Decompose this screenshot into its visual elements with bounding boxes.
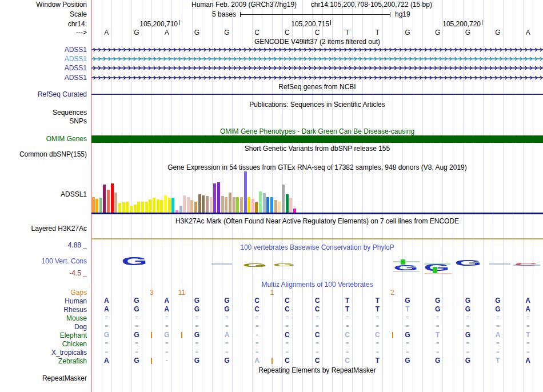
gtex-bar[interactable] [225,197,227,213]
gtex-bar[interactable] [202,195,205,213]
track-label[interactable]: RepeatMasker [0,374,89,382]
gtex-bar[interactable] [251,199,254,213]
track-label[interactable]: OMIM Genes [0,135,89,143]
track-label[interactable]: ADSS1 [0,46,89,54]
gtex-bar[interactable] [217,182,220,213]
gtex-bar[interactable] [293,209,296,213]
track-title[interactable]: GENCODE V49lift37 (2 items filtered out) [91,38,543,46]
gtex-bar[interactable] [198,194,201,213]
h3k27ac-signal-line[interactable] [91,238,543,239]
gtex-bar[interactable] [141,202,144,213]
gtex-bar[interactable] [118,203,121,213]
track-title[interactable]: OMIM Gene Phenotypes - Dark Green Can Be… [91,127,543,135]
gtex-bar[interactable] [221,196,224,213]
track-title[interactable]: Short Genetic Variants from dbSNP releas… [91,145,543,153]
alignment-cell: = [362,340,393,347]
track-label[interactable]: Layered H3K27Ac [0,225,89,233]
gtex-bar[interactable] [103,185,106,213]
track-label[interactable]: RefSeq Curated [0,90,89,98]
gtex-bar[interactable] [134,205,137,213]
gtex-bar[interactable] [194,202,197,213]
gtex-bar[interactable] [282,185,285,213]
alignment-cell: = [302,314,333,322]
gencode-transcript-line[interactable] [91,76,543,79]
alignment-cell: = [422,340,453,347]
gtex-bar[interactable] [190,200,193,213]
coord-tick [330,20,331,25]
gtex-bar[interactable] [168,198,171,213]
gtex-bar[interactable] [247,197,250,213]
gencode-transcript-line[interactable] [91,57,543,61]
gtex-bar[interactable] [157,199,159,213]
gtex-bar[interactable] [111,183,114,213]
gtex-bar[interactable] [95,199,98,213]
gtex-bar[interactable] [229,193,231,213]
coord-label: 105,200,715 [279,20,329,28]
gtex-bar[interactable] [278,202,281,213]
gtex-bar[interactable] [213,183,216,213]
gencode-transcript-line[interactable] [91,48,543,51]
gtex-bar[interactable] [233,197,235,213]
track-title[interactable]: RefSeq genes from NCBI [91,83,543,91]
track-title[interactable]: Repeating Elements by RepeatMasker [91,366,543,374]
gtex-bar[interactable] [210,197,213,213]
track-title[interactable]: 100 vertebrates Basewise Conservation by… [91,243,543,251]
gencode-transcripts[interactable] [91,46,543,82]
gtex-bar[interactable] [107,190,110,213]
gtex-bar[interactable] [274,200,277,213]
gtex-bar[interactable] [179,206,182,213]
gtex-bar[interactable] [183,195,186,213]
alignment-cell: = [393,349,423,356]
gtex-bar[interactable] [206,196,209,213]
alignment-cell: C [302,331,333,339]
gtex-bar[interactable] [149,199,151,213]
track-label: -4.5 _ [0,269,89,277]
track-label[interactable]: ADSS1 [0,64,89,72]
gtex-bar[interactable] [126,202,129,213]
gtex-bar[interactable] [255,202,258,213]
track-label[interactable]: SNPs [0,117,89,125]
gtex-bar[interactable] [263,193,266,213]
track-label[interactable]: 100 Vert. Cons [0,257,89,265]
gtex-bar[interactable] [171,198,174,213]
refseq-curated-line[interactable] [91,94,543,95]
track-label[interactable]: ADSS1 [0,55,89,63]
gtex-bar[interactable] [289,198,292,213]
track-label[interactable]: Sequences [0,109,89,117]
gtex-bar[interactable] [187,197,190,213]
gtex-bar[interactable] [259,191,262,213]
gtex-bar[interactable] [164,195,167,213]
omim-gene-bar[interactable] [91,135,543,143]
gtex-bar[interactable] [153,198,155,213]
alignment-cell: = [453,323,483,330]
alignment-cell: G [393,331,423,339]
track-label[interactable]: ADSSL1 [0,190,89,198]
gtex-bar[interactable] [286,194,289,213]
gtex-bar[interactable] [137,202,140,213]
gtex-bar[interactable] [236,197,239,213]
alignment-cell: G [422,297,453,305]
gtex-bar[interactable] [244,171,247,213]
gtex-bar[interactable] [92,197,95,213]
track-title[interactable]: Multiz Alignments of 100 Vertebrates [91,281,543,289]
gtex-bar[interactable] [99,198,102,213]
genome-browser-image: Human Feb. 2009 (GRCh37/hg19) chr14:105,… [0,0,543,392]
coord-tick [179,20,179,25]
coord-tick [482,20,482,25]
track-title[interactable]: Gene Expression in 54 tissues from GTEx … [91,163,543,171]
gtex-bar[interactable] [266,197,269,213]
gtex-bar[interactable] [145,202,148,213]
base-letter: G [122,29,152,37]
gtex-bar[interactable] [114,193,117,213]
track-label[interactable]: ADSS1 [0,74,89,82]
track-label[interactable]: Common dbSNP(155) [0,150,89,158]
gap-count: 1 [261,289,284,297]
gtex-bar[interactable] [122,202,125,213]
gtex-bar[interactable] [160,200,163,213]
gtex-bar[interactable] [130,206,133,213]
track-title[interactable]: Publications: Sequences in Scientific Ar… [91,101,543,109]
track-title[interactable]: H3K27Ac Mark (Often Found Near Active Re… [91,217,543,225]
gtex-bar[interactable] [240,197,243,213]
gencode-transcript-line[interactable] [91,66,543,70]
gtex-bar[interactable] [270,197,273,213]
